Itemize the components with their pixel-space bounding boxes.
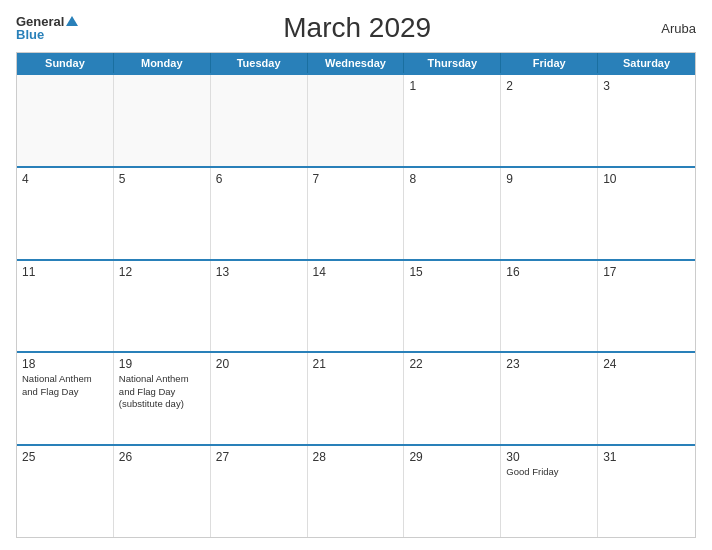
col-header-monday: Monday	[114, 53, 211, 73]
calendar-cell: 11	[17, 261, 114, 352]
day-number: 15	[409, 265, 495, 279]
col-header-saturday: Saturday	[598, 53, 695, 73]
page: General Blue March 2029 Aruba SundayMond…	[0, 0, 712, 550]
calendar-cell: 15	[404, 261, 501, 352]
logo-triangle-icon	[66, 16, 78, 26]
calendar-cell: 12	[114, 261, 211, 352]
calendar-cell: 7	[308, 168, 405, 259]
calendar-cell: 24	[598, 353, 695, 444]
day-number: 19	[119, 357, 205, 371]
calendar-cell: 6	[211, 168, 308, 259]
calendar-cell: 18National Anthem and Flag Day	[17, 353, 114, 444]
col-header-sunday: Sunday	[17, 53, 114, 73]
day-number: 24	[603, 357, 690, 371]
day-number: 2	[506, 79, 592, 93]
day-number: 5	[119, 172, 205, 186]
calendar-cell: 13	[211, 261, 308, 352]
event-label: National Anthem and Flag Day (substitute…	[119, 373, 205, 410]
event-label: National Anthem and Flag Day	[22, 373, 108, 398]
calendar-row-1: 45678910	[17, 166, 695, 259]
calendar-cell: 28	[308, 446, 405, 537]
calendar-cell: 17	[598, 261, 695, 352]
calendar: SundayMondayTuesdayWednesdayThursdayFrid…	[16, 52, 696, 538]
calendar-cell: 2	[501, 75, 598, 166]
day-number: 28	[313, 450, 399, 464]
calendar-cell	[308, 75, 405, 166]
day-number: 27	[216, 450, 302, 464]
day-number: 7	[313, 172, 399, 186]
day-number: 1	[409, 79, 495, 93]
calendar-cell: 23	[501, 353, 598, 444]
day-number: 31	[603, 450, 690, 464]
calendar-header-row: SundayMondayTuesdayWednesdayThursdayFrid…	[17, 53, 695, 73]
calendar-cell: 25	[17, 446, 114, 537]
day-number: 21	[313, 357, 399, 371]
logo: General Blue	[16, 15, 78, 41]
day-number: 6	[216, 172, 302, 186]
day-number: 29	[409, 450, 495, 464]
calendar-cell: 14	[308, 261, 405, 352]
day-number: 22	[409, 357, 495, 371]
calendar-title: March 2029	[78, 12, 636, 44]
day-number: 23	[506, 357, 592, 371]
col-header-friday: Friday	[501, 53, 598, 73]
day-number: 30	[506, 450, 592, 464]
calendar-body: 123456789101112131415161718National Anth…	[17, 73, 695, 537]
day-number: 26	[119, 450, 205, 464]
col-header-wednesday: Wednesday	[308, 53, 405, 73]
day-number: 11	[22, 265, 108, 279]
calendar-cell	[211, 75, 308, 166]
calendar-row-2: 11121314151617	[17, 259, 695, 352]
calendar-row-4: 252627282930Good Friday31	[17, 444, 695, 537]
event-label: Good Friday	[506, 466, 592, 478]
calendar-cell: 8	[404, 168, 501, 259]
day-number: 4	[22, 172, 108, 186]
day-number: 9	[506, 172, 592, 186]
calendar-cell	[114, 75, 211, 166]
calendar-row-3: 18National Anthem and Flag Day19National…	[17, 351, 695, 444]
day-number: 16	[506, 265, 592, 279]
calendar-cell: 9	[501, 168, 598, 259]
calendar-cell: 31	[598, 446, 695, 537]
header: General Blue March 2029 Aruba	[16, 12, 696, 44]
calendar-cell: 22	[404, 353, 501, 444]
calendar-cell: 10	[598, 168, 695, 259]
day-number: 14	[313, 265, 399, 279]
day-number: 20	[216, 357, 302, 371]
calendar-cell: 26	[114, 446, 211, 537]
calendar-cell: 5	[114, 168, 211, 259]
calendar-cell: 1	[404, 75, 501, 166]
calendar-cell: 21	[308, 353, 405, 444]
calendar-cell	[17, 75, 114, 166]
logo-blue-text: Blue	[16, 28, 44, 41]
col-header-tuesday: Tuesday	[211, 53, 308, 73]
day-number: 8	[409, 172, 495, 186]
calendar-row-0: 123	[17, 73, 695, 166]
calendar-cell: 29	[404, 446, 501, 537]
day-number: 12	[119, 265, 205, 279]
day-number: 10	[603, 172, 690, 186]
calendar-cell: 3	[598, 75, 695, 166]
calendar-cell: 16	[501, 261, 598, 352]
day-number: 3	[603, 79, 690, 93]
col-header-thursday: Thursday	[404, 53, 501, 73]
calendar-cell: 30Good Friday	[501, 446, 598, 537]
country-label: Aruba	[636, 21, 696, 36]
day-number: 25	[22, 450, 108, 464]
day-number: 17	[603, 265, 690, 279]
calendar-cell: 27	[211, 446, 308, 537]
calendar-cell: 4	[17, 168, 114, 259]
day-number: 13	[216, 265, 302, 279]
calendar-cell: 19National Anthem and Flag Day (substitu…	[114, 353, 211, 444]
calendar-cell: 20	[211, 353, 308, 444]
day-number: 18	[22, 357, 108, 371]
